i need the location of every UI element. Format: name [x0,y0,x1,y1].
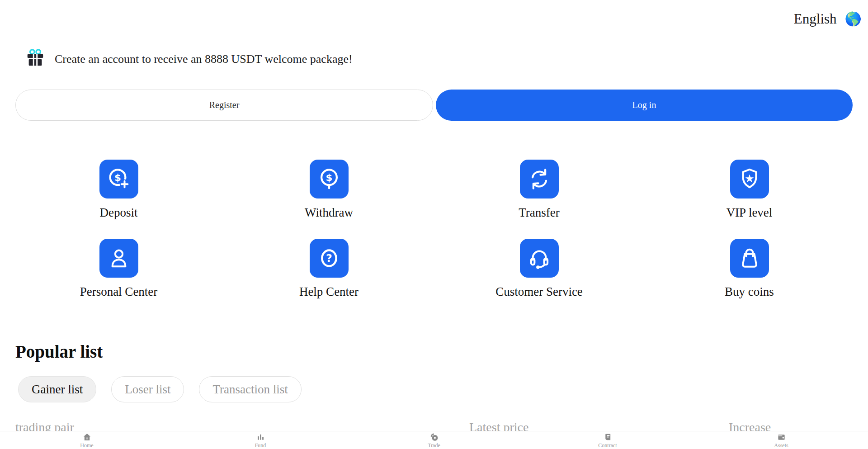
quick-action-withdraw[interactable]: $ Withdraw [224,160,434,220]
quick-action-label: Withdraw [305,206,353,220]
quick-action-customer-service[interactable]: Customer Service [434,239,644,299]
nav-item-assets[interactable]: Assets [694,431,868,449]
quick-action-label: Personal Center [80,285,158,299]
nav-label: Fund [255,442,266,449]
globe-icon[interactable]: 🌎 [845,12,862,26]
svg-text:?: ? [326,252,332,265]
tab-gainer-list[interactable]: Gainer list [18,376,96,402]
quick-action-label: Transfer [519,206,560,220]
svg-text:$: $ [326,172,332,183]
nav-label: Contract [598,442,617,449]
quick-action-help-center[interactable]: ? Help Center [224,239,434,299]
deposit-icon: $ [99,160,138,199]
transfer-icon [520,160,559,199]
quick-action-vip-level[interactable]: VIP level [644,160,854,220]
quick-action-personal-center[interactable]: Personal Center [14,239,224,299]
quick-action-transfer[interactable]: Transfer [434,160,644,220]
withdraw-icon: $ [310,160,349,199]
tab-loser-list[interactable]: Loser list [111,376,184,402]
register-button[interactable]: Register [15,90,433,121]
nav-item-home[interactable]: Home [0,431,174,449]
vip-level-icon [730,160,769,199]
assets-icon [777,433,786,441]
top-bar: English 🌎 [0,0,868,27]
quick-action-label: Help Center [299,285,359,299]
trade-icon [429,433,439,441]
help-center-icon: ? [310,239,349,278]
quick-action-deposit[interactable]: $ Deposit [14,160,224,220]
quick-action-label: Customer Service [495,285,583,299]
nav-label: Trade [428,442,440,449]
nav-item-trade[interactable]: Trade [347,431,521,449]
language-selector[interactable]: English [794,11,837,27]
customer-service-icon [520,239,559,278]
svg-text:$: $ [114,172,121,183]
nav-item-fund[interactable]: Fund [174,431,347,449]
quick-actions-grid: $ Deposit $ Withdraw Transfer [0,160,868,299]
home-icon [82,433,92,441]
gift-icon [25,48,46,71]
nav-label: Home [80,442,93,449]
bottom-nav: Home Fund Trade Contract Assets [0,431,868,449]
personal-center-icon [99,239,138,278]
fund-icon [256,433,265,441]
nav-item-contract[interactable]: Contract [521,431,694,449]
promo-message: Create an account to receive an 8888 USD… [55,52,353,66]
quick-action-label: Buy coins [725,285,774,299]
tab-transaction-list[interactable]: Transaction list [199,376,301,402]
login-button[interactable]: Log in [436,90,853,121]
nav-label: Assets [774,442,788,449]
quick-action-label: VIP level [726,206,773,220]
buy-coins-icon [730,239,769,278]
auth-buttons: Register Log in [15,90,853,121]
popular-list-title: Popular list [15,341,868,362]
popular-list-tabs: Gainer list Loser list Transaction list [18,376,868,402]
quick-action-label: Deposit [100,206,138,220]
promo-banner: Create an account to receive an 8888 USD… [25,48,868,71]
quick-action-buy-coins[interactable]: Buy coins [644,239,854,299]
contract-icon [603,433,613,441]
